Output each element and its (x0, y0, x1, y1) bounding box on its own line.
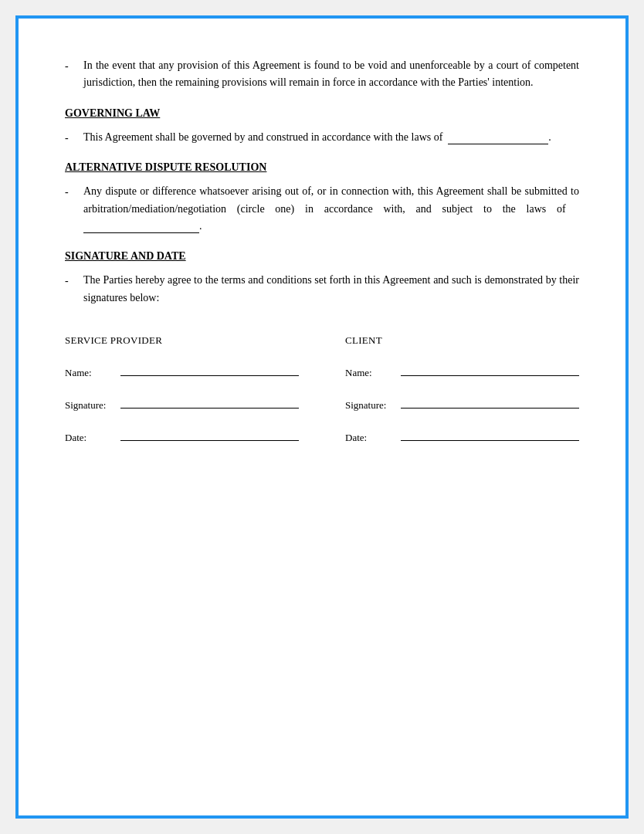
governing-law-heading: GOVERNING LAW (65, 107, 579, 120)
bullet-text-signature: The Parties hereby agree to the terms an… (83, 272, 579, 307)
bullet-item-signature: - The Parties hereby agree to the terms … (65, 272, 579, 307)
provider-date-field: Date: (65, 427, 299, 444)
client-signature-line (401, 395, 579, 409)
adr-law-blank (83, 232, 199, 233)
service-provider-column: SERVICE PROVIDER Name: Signature: Date: (65, 334, 299, 459)
bullet-dash-3: - (65, 183, 83, 200)
bullet-item-adr: - Any dispute or difference whatsoever a… (65, 183, 579, 235)
service-provider-role: SERVICE PROVIDER (65, 334, 299, 347)
bullet-item-1: - In the event that any provision of thi… (65, 57, 579, 92)
bullet-text-adr: Any dispute or difference whatsoever ari… (83, 183, 579, 235)
provider-date-line (120, 427, 299, 441)
signature-section: SERVICE PROVIDER Name: Signature: Date: … (65, 334, 579, 459)
provider-date-label: Date: (65, 432, 119, 444)
bullet-text-governing: This Agreement shall be governed by and … (83, 129, 579, 146)
provider-signature-field: Signature: (65, 395, 299, 412)
client-signature-label: Signature: (345, 399, 399, 412)
adr-heading: ALTERNATIVE DISPUTE RESOLUTION (65, 161, 579, 174)
bullet-dash-2: - (65, 129, 83, 146)
client-name-label: Name: (345, 367, 399, 379)
governing-law-blank (448, 144, 548, 144)
bullet-item-governing: - This Agreement shall be governed by an… (65, 129, 579, 146)
client-name-field: Name: (345, 362, 579, 379)
provider-name-label: Name: (65, 367, 119, 379)
client-date-field: Date: (345, 427, 579, 444)
page-container: - In the event that any provision of thi… (15, 15, 629, 819)
client-date-line (401, 427, 579, 441)
signature-heading: SIGNATURE AND DATE (65, 250, 579, 263)
provider-signature-line (120, 395, 299, 409)
client-signature-field: Signature: (345, 395, 579, 412)
client-column: CLIENT Name: Signature: Date: (345, 334, 579, 459)
document-content: - In the event that any provision of thi… (65, 57, 579, 459)
client-name-line (401, 362, 579, 376)
bullet-dash: - (65, 57, 83, 74)
client-date-label: Date: (345, 432, 399, 444)
bullet-dash-4: - (65, 272, 83, 289)
client-role: CLIENT (345, 334, 579, 347)
provider-name-line (120, 362, 299, 376)
provider-signature-label: Signature: (65, 399, 119, 412)
provider-name-field: Name: (65, 362, 299, 379)
bullet-text-1: In the event that any provision of this … (83, 57, 579, 92)
